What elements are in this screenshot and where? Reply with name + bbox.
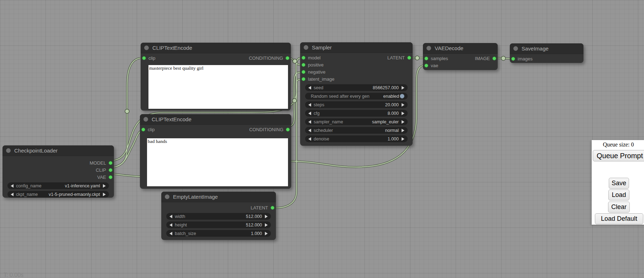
output-dot-icon[interactable] xyxy=(109,168,112,172)
decrement-arrow-icon[interactable] xyxy=(169,232,172,235)
queue-prompt-button[interactable]: Queue Prompt xyxy=(593,150,644,161)
collapse-dot-icon[interactable] xyxy=(165,194,169,199)
clear-button[interactable]: Clear xyxy=(608,202,630,213)
node-emptylatentimage[interactable]: EmptyLatentImage LATENT width 512.000 he… xyxy=(161,192,276,240)
elapsed-time-label: T: 0.00s xyxy=(4,272,23,278)
increment-arrow-icon[interactable] xyxy=(402,137,404,141)
collapse-dot-icon[interactable] xyxy=(304,45,308,50)
increment-arrow-icon[interactable] xyxy=(402,103,404,107)
input-dot-icon[interactable] xyxy=(302,63,305,67)
collapse-dot-icon[interactable] xyxy=(144,46,149,50)
output-slot-image[interactable]: IMAGE xyxy=(475,56,496,61)
node-sampler[interactable]: Sampler model LATENT positive negative l… xyxy=(300,42,413,146)
output-dot-icon[interactable] xyxy=(109,175,112,179)
node-saveimage[interactable]: SaveImage images xyxy=(510,43,583,63)
output-dot-icon[interactable] xyxy=(492,57,496,60)
collapse-dot-icon[interactable] xyxy=(513,46,518,51)
node-title-bar[interactable]: Sampler xyxy=(300,42,413,53)
input-dot-icon[interactable] xyxy=(142,56,146,60)
input-slot-clip[interactable]: clip xyxy=(141,127,155,132)
input-slot-images[interactable]: images xyxy=(511,56,533,62)
config-name-widget[interactable]: config_name v1-inference.yaml xyxy=(7,182,109,189)
decrement-arrow-icon[interactable] xyxy=(169,223,172,227)
collapse-dot-icon[interactable] xyxy=(426,46,431,50)
input-dot-icon[interactable] xyxy=(511,57,515,61)
decrement-arrow-icon[interactable] xyxy=(11,193,14,196)
width-widget[interactable]: width 512.000 xyxy=(166,213,271,220)
output-slot-clip[interactable]: CLIP xyxy=(96,167,112,173)
node-title-bar[interactable]: CLIPTextEncode xyxy=(140,114,291,125)
toggle-dot-icon[interactable] xyxy=(400,94,404,98)
output-slot-latent[interactable]: LATENT xyxy=(251,205,274,210)
node-cliptextencode-positive[interactable]: CLIPTextEncode clip CONDITIONING masterp… xyxy=(141,43,291,111)
decrement-arrow-icon[interactable] xyxy=(169,215,172,218)
sampler-name-widget[interactable]: sampler_name sample_euler xyxy=(305,118,408,125)
ckpt-name-widget[interactable]: ckpt_name v1-5-pruned-emaonly.ckpt xyxy=(7,191,109,198)
increment-arrow-icon[interactable] xyxy=(103,193,106,196)
input-slot-vae[interactable]: vae xyxy=(424,63,438,68)
decrement-arrow-icon[interactable] xyxy=(308,120,311,124)
height-widget[interactable]: height 512.000 xyxy=(166,221,271,228)
output-dot-icon[interactable] xyxy=(286,128,290,132)
node-title-bar[interactable]: VAEDecode xyxy=(423,43,498,54)
input-slot-model[interactable]: model xyxy=(302,55,320,60)
node-title-bar[interactable]: SaveImage xyxy=(510,43,583,54)
input-dot-icon[interactable] xyxy=(302,77,305,81)
increment-arrow-icon[interactable] xyxy=(402,129,404,132)
steps-widget[interactable]: steps 20.000 xyxy=(305,101,408,108)
seed-widget[interactable]: seed 8566257.000 xyxy=(305,84,408,91)
negative-prompt-textarea[interactable]: bad hands xyxy=(147,138,288,186)
save-button[interactable]: Save xyxy=(609,178,629,189)
denoise-widget[interactable]: denoise 1.000 xyxy=(305,135,408,142)
node-title-label: CheckpointLoader xyxy=(14,148,58,154)
increment-arrow-icon[interactable] xyxy=(265,232,268,235)
increment-arrow-icon[interactable] xyxy=(265,223,268,227)
decrement-arrow-icon[interactable] xyxy=(308,103,311,107)
decrement-arrow-icon[interactable] xyxy=(308,129,311,132)
input-dot-icon[interactable] xyxy=(302,70,305,74)
decrement-arrow-icon[interactable] xyxy=(308,86,311,90)
increment-arrow-icon[interactable] xyxy=(402,86,404,90)
node-title-bar[interactable]: CheckpointLoader xyxy=(2,145,114,156)
increment-arrow-icon[interactable] xyxy=(402,112,404,115)
increment-arrow-icon[interactable] xyxy=(402,120,404,124)
output-slot-model[interactable]: MODEL xyxy=(90,160,112,166)
increment-arrow-icon[interactable] xyxy=(103,184,106,188)
decrement-arrow-icon[interactable] xyxy=(11,184,14,188)
load-button[interactable]: Load xyxy=(608,189,629,201)
decrement-arrow-icon[interactable] xyxy=(308,137,311,141)
decrement-arrow-icon[interactable] xyxy=(308,112,311,115)
input-dot-icon[interactable] xyxy=(141,128,145,132)
random-seed-toggle-widget[interactable]: Random seed after every gen enabled xyxy=(305,93,408,100)
input-dot-icon[interactable] xyxy=(424,57,428,60)
node-cliptextencode-negative[interactable]: CLIPTextEncode clip CONDITIONING bad han… xyxy=(140,114,291,189)
output-slot-vae[interactable]: VAE xyxy=(97,175,112,180)
node-vaedecode[interactable]: VAEDecode samples IMAGE vae xyxy=(423,43,498,70)
output-slot-conditioning[interactable]: CONDITIONING xyxy=(249,127,290,132)
increment-arrow-icon[interactable] xyxy=(265,215,268,218)
output-dot-icon[interactable] xyxy=(286,56,289,60)
output-slot-conditioning[interactable]: CONDITIONING xyxy=(249,55,289,61)
collapse-dot-icon[interactable] xyxy=(6,148,11,153)
input-dot-icon[interactable] xyxy=(302,56,305,60)
output-dot-icon[interactable] xyxy=(109,161,112,165)
node-checkpointloader[interactable]: CheckpointLoader MODEL CLIP VAE config_n… xyxy=(2,145,114,198)
collapse-dot-icon[interactable] xyxy=(143,117,148,122)
comfy-menu-panel: Queue size: 0 Queue Prompt Save Load Cle… xyxy=(592,140,644,225)
input-slot-negative[interactable]: negative xyxy=(302,69,325,75)
input-slot-clip[interactable]: clip xyxy=(142,55,156,61)
output-slot-latent[interactable]: LATENT xyxy=(387,55,411,60)
output-dot-icon[interactable] xyxy=(407,56,411,60)
node-title-bar[interactable]: EmptyLatentImage xyxy=(161,192,276,202)
input-slot-positive[interactable]: positive xyxy=(302,62,324,68)
input-dot-icon[interactable] xyxy=(424,64,428,68)
cfg-widget[interactable]: cfg 8.000 xyxy=(305,110,408,117)
scheduler-widget[interactable]: scheduler normal xyxy=(305,127,408,134)
batch-size-widget[interactable]: batch_size 1.000 xyxy=(166,230,271,237)
load-default-button[interactable]: Load Default xyxy=(595,213,643,224)
node-title-bar[interactable]: CLIPTextEncode xyxy=(141,43,291,53)
positive-prompt-textarea[interactable]: masterpiece best quality girl xyxy=(148,65,288,109)
input-slot-samples[interactable]: samples xyxy=(424,56,448,61)
output-dot-icon[interactable] xyxy=(271,206,274,210)
input-slot-latent-image[interactable]: latent_image xyxy=(302,76,334,82)
